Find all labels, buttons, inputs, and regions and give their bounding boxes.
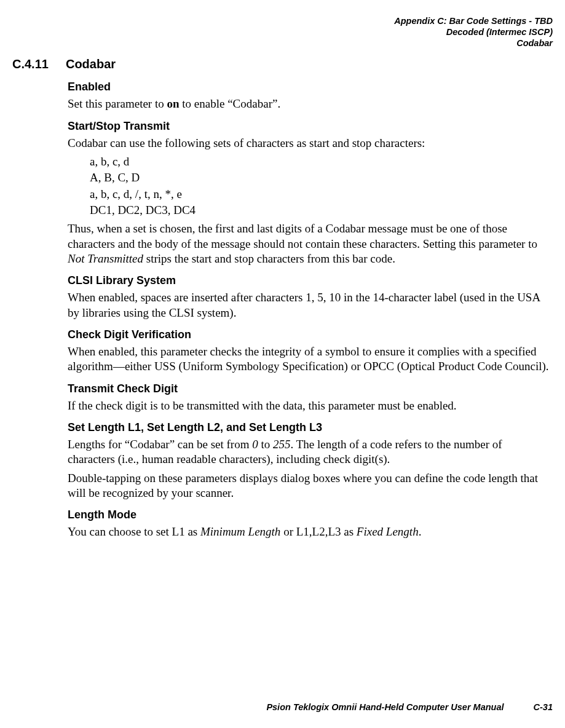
charset-4: DC1, DC2, DC3, DC4 xyxy=(90,203,550,218)
footer-page-number: C-31 xyxy=(534,702,553,712)
italic-text: Not Transmitted xyxy=(68,252,143,265)
para-cdv: When enabled, this parameter checks the … xyxy=(68,344,550,374)
italic-text: 255 xyxy=(273,438,291,451)
text: to enable “Codabar”. xyxy=(180,97,281,110)
italic-text: Fixed Length xyxy=(357,525,419,538)
subhead-startstop: Start/Stop Transmit xyxy=(68,119,550,133)
para-enabled: Set this parameter to on to enable “Coda… xyxy=(68,97,550,111)
bold-text: on xyxy=(167,97,179,110)
para-clsi: When enabled, spaces are inserted after … xyxy=(68,290,550,320)
footer-book-title: Psion Teklogix Omnii Hand-Held Computer … xyxy=(266,702,504,712)
subhead-enabled: Enabled xyxy=(68,80,550,94)
startstop-char-sets: a, b, c, d A, B, C, D a, b, c, d, /, t, … xyxy=(90,154,550,218)
header-line-1: Appendix C: Bar Code Settings - TBD xyxy=(12,15,553,26)
charset-1: a, b, c, d xyxy=(90,154,550,169)
text: Set this parameter to xyxy=(68,97,167,110)
para-startstop-intro: Codabar can use the following sets of ch… xyxy=(68,136,550,151)
subhead-clsi: CLSI Library System xyxy=(68,274,550,288)
running-header: Appendix C: Bar Code Settings - TBD Deco… xyxy=(12,15,553,49)
charset-2: A, B, C, D xyxy=(90,170,550,185)
header-line-2: Decoded (Intermec ISCP) xyxy=(12,26,553,38)
subhead-tcd: Transmit Check Digit xyxy=(68,382,550,396)
italic-text: 0 xyxy=(252,438,258,451)
subhead-setlength: Set Length L1, Set Length L2, and Set Le… xyxy=(68,421,550,435)
header-line-3: Codabar xyxy=(12,38,553,49)
subhead-lengthmode: Length Mode xyxy=(68,508,550,522)
text: Lengths for “Codabar” can be set from xyxy=(68,438,252,451)
para-lengthmode: You can choose to set L1 as Minimum Leng… xyxy=(68,524,550,539)
text: or L1,L2,L3 as xyxy=(280,525,356,538)
para-startstop-desc: Thus, when a set is chosen, the first an… xyxy=(68,221,550,266)
text: to xyxy=(258,438,273,451)
text: Thus, when a set is chosen, the first an… xyxy=(68,222,537,250)
text: . xyxy=(419,525,422,538)
para-setlength-1: Lengths for “Codabar” can be set from 0 … xyxy=(68,437,550,467)
section-number: C.4.11 xyxy=(12,57,49,71)
para-tcd: If the check digit is to be transmitted … xyxy=(68,398,550,413)
text: You can choose to set L1 as xyxy=(68,525,200,538)
section-title: Codabar xyxy=(66,57,116,71)
italic-text: Minimum Length xyxy=(200,525,280,538)
subhead-cdv: Check Digit Verification xyxy=(68,328,550,342)
charset-3: a, b, c, d, /, t, n, *, e xyxy=(90,187,550,202)
para-setlength-2: Double-tapping on these parameters displ… xyxy=(68,471,550,501)
section-heading: C.4.11Codabar xyxy=(12,57,553,71)
content-body: Enabled Set this parameter to on to enab… xyxy=(68,80,550,539)
page-footer: Psion Teklogix Omnii Hand-Held Computer … xyxy=(12,702,553,712)
text: strips the start and stop characters fro… xyxy=(143,252,395,265)
